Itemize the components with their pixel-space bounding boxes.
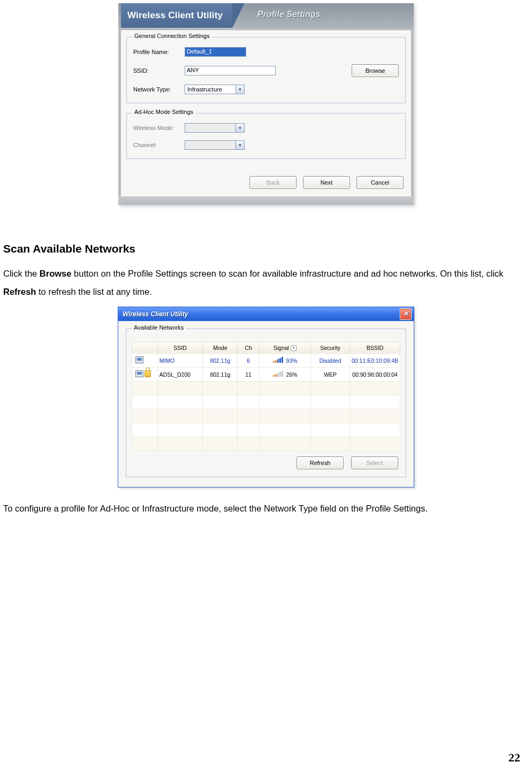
- network-icon: [135, 356, 143, 363]
- sort-desc-icon: ▾: [291, 345, 297, 351]
- section-paragraph-1: Click the Browse button on the Profile S…: [3, 265, 529, 301]
- network-icon: [135, 370, 143, 377]
- lock-icon: [145, 370, 151, 377]
- wireless-mode-label: Wireless Mode:: [133, 125, 185, 131]
- profile-name-input[interactable]: Default_1: [185, 47, 246, 57]
- section-heading: Scan Available Networks: [3, 242, 529, 255]
- network-type-label: Network Type:: [133, 86, 185, 93]
- table-row: [132, 395, 400, 409]
- next-button[interactable]: Next: [303, 176, 350, 189]
- close-icon: ✕: [404, 310, 408, 317]
- table-row[interactable]: ADSL_D200 802.11g 11 26% WEP 00:90:96:00…: [132, 368, 400, 382]
- general-connection-settings-group: General Connection Settings Profile Name…: [126, 37, 406, 103]
- column-header-icon[interactable]: [132, 342, 158, 354]
- dialog-title: Wireless Client Utility: [123, 310, 188, 318]
- cell-signal: 93%: [259, 354, 310, 368]
- column-header-mode[interactable]: Mode: [203, 342, 238, 354]
- chevron-down-icon: ▼: [235, 124, 244, 132]
- profile-name-label: Profile Name:: [133, 49, 185, 55]
- cell-ssid: MIMO: [157, 354, 203, 368]
- back-button: Back: [249, 176, 297, 189]
- cell-ch: 11: [238, 368, 260, 382]
- wireless-mode-select: ▼: [185, 123, 245, 133]
- group-legend: Ad-Hoc Mode Settings: [132, 109, 195, 115]
- dialog-title: Profile Settings: [257, 10, 320, 19]
- cell-signal: 26%: [259, 368, 310, 382]
- browse-button[interactable]: Browse: [352, 64, 399, 77]
- app-title: Wireless Client Utility: [127, 10, 223, 21]
- available-networks-dialog: Wireless Client Utility ✕ Available Netw…: [118, 307, 414, 488]
- networks-table: SSID Mode Ch Signal▾ Security BSSID MIMO: [132, 342, 400, 452]
- table-row: [132, 437, 400, 451]
- available-networks-group: Available Networks SSID Mode Ch Signal▾ …: [126, 329, 406, 478]
- cell-ch: 6: [238, 354, 260, 368]
- section-paragraph-2: To configure a profile for Ad-Hoc or Inf…: [3, 502, 529, 514]
- table-row: [132, 423, 400, 437]
- cancel-button[interactable]: Cancel: [356, 176, 404, 189]
- column-header-security[interactable]: Security: [311, 342, 350, 354]
- group-legend: Available Networks: [132, 324, 186, 331]
- page-number: 22: [508, 751, 520, 765]
- refresh-button[interactable]: Refresh: [297, 456, 344, 469]
- table-row: [132, 409, 400, 423]
- table-row[interactable]: MIMO 802.11g 6 93% Disabled 00:11:E0:10:…: [132, 354, 400, 368]
- column-header-ch[interactable]: Ch: [238, 342, 260, 354]
- profile-settings-dialog: Wireless Client Utility Profile Settings…: [118, 3, 414, 205]
- cell-ssid: ADSL_D200: [157, 368, 203, 382]
- signal-low-icon: [273, 371, 285, 377]
- channel-label: Channel:: [133, 142, 185, 148]
- cell-bssid: 00:11:E0:10:09:4B: [350, 354, 400, 368]
- signal-high-icon: [273, 357, 285, 363]
- cell-mode: 802.11g: [203, 368, 238, 382]
- dialog-header: Wireless Client Utility Profile Settings: [118, 3, 414, 28]
- table-row: [132, 382, 400, 395]
- chevron-down-icon: ▼: [235, 85, 244, 94]
- table-header-row: SSID Mode Ch Signal▾ Security BSSID: [132, 342, 400, 354]
- cell-security: Disabled: [311, 354, 350, 368]
- column-header-ssid[interactable]: SSID: [157, 342, 203, 354]
- cell-security: WEP: [311, 368, 350, 382]
- dialog-titlebar: Wireless Client Utility ✕: [118, 307, 414, 321]
- select-button: Select: [351, 456, 398, 469]
- ssid-label: SSID:: [133, 67, 185, 74]
- chevron-down-icon: ▼: [235, 141, 244, 149]
- close-button[interactable]: ✕: [400, 308, 412, 320]
- adhoc-mode-settings-group: Ad-Hoc Mode Settings Wireless Mode: ▼ Ch…: [126, 113, 406, 159]
- channel-select: ▼: [185, 140, 245, 150]
- network-type-value: Infrastructure: [187, 86, 222, 93]
- ssid-input[interactable]: ANY: [185, 66, 276, 75]
- app-title-tab: Wireless Client Utility: [121, 3, 232, 28]
- column-header-signal[interactable]: Signal▾: [259, 342, 310, 354]
- cell-bssid: 00:90:96:00:00:04: [350, 368, 400, 382]
- network-type-select[interactable]: Infrastructure ▼: [185, 85, 245, 94]
- column-header-bssid[interactable]: BSSID: [350, 342, 400, 354]
- cell-mode: 802.11g: [203, 354, 238, 368]
- group-legend: General Connection Settings: [132, 33, 212, 39]
